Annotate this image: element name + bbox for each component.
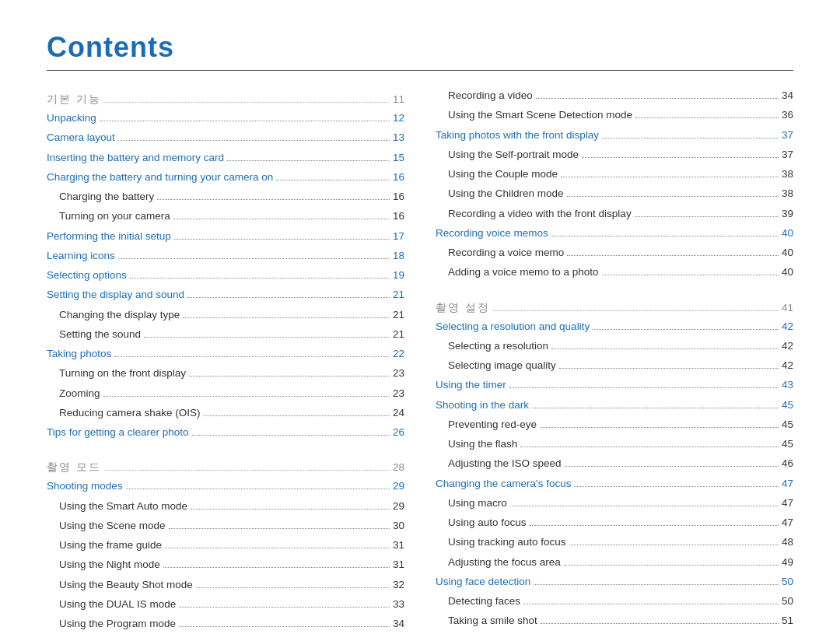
toc-entry: Turning on the front display23 — [47, 366, 404, 381]
page-number-ref: 46 — [782, 456, 793, 471]
page-number-ref: 26 — [393, 425, 404, 440]
page-number-ref: 48 — [782, 534, 793, 550]
toc-entry: Using the Night mode31 — [47, 557, 404, 573]
dot-leader — [567, 196, 779, 197]
dot-leader — [204, 415, 390, 416]
page-number-ref: 17 — [393, 229, 404, 244]
page-number-ref: 38 — [782, 186, 793, 201]
dot-leader — [509, 387, 779, 388]
dot-leader — [574, 486, 779, 487]
entry-label: Using the DUAL IS mode — [59, 597, 176, 612]
page-number-ref: 45 — [782, 436, 793, 452]
dot-leader — [593, 329, 779, 330]
page-number-ref: 15 — [393, 150, 404, 166]
dot-leader — [493, 310, 779, 311]
dot-leader — [541, 623, 779, 624]
page-number-ref: 23 — [393, 366, 404, 381]
page-number-ref: 28 — [393, 461, 404, 473]
dot-leader — [157, 199, 390, 200]
page-number-ref: 21 — [393, 287, 404, 303]
page-number-ref: 21 — [393, 307, 404, 323]
toc-entry: Using the Scene mode30 — [47, 518, 404, 534]
toc-entry: Changing the camera's focus47 — [436, 476, 793, 492]
entry-label: Using the Night mode — [59, 557, 160, 573]
dot-leader — [569, 545, 779, 545]
entry-label: Taking a smile shot — [448, 613, 537, 629]
dot-leader — [118, 258, 390, 259]
page-number-ref: 43 — [782, 377, 793, 393]
dot-leader — [196, 587, 390, 588]
entry-label[interactable]: Selecting options — [47, 268, 127, 283]
toc-entry: Using auto focus47 — [436, 515, 793, 531]
dot-leader — [227, 160, 390, 161]
dot-leader — [564, 565, 779, 566]
toc-entry: Taking a smile shot51 — [436, 613, 793, 629]
dot-leader — [118, 140, 390, 141]
page-number-ref: 22 — [393, 346, 404, 362]
page-number-ref: 47 — [782, 476, 793, 492]
section-header: 촬영 설정41 — [436, 301, 793, 315]
dot-leader — [173, 219, 390, 219]
entry-label[interactable]: Changing the camera's focus — [436, 476, 571, 492]
page-number-ref: 34 — [782, 88, 793, 103]
dot-leader — [103, 396, 390, 397]
entry-label[interactable]: Learning icons — [47, 248, 115, 264]
toc-entry: Adjusting the ISO speed46 — [436, 456, 793, 471]
page-number-ref: 21 — [393, 327, 404, 342]
page-number-ref: 13 — [393, 130, 404, 145]
entry-label[interactable]: Shooting modes — [47, 478, 123, 494]
page-number-ref: 18 — [393, 248, 404, 264]
entry-label[interactable]: Charging the battery and turning your ca… — [47, 170, 273, 185]
dot-leader — [191, 509, 390, 510]
toc-entry: Recording a voice memo40 — [436, 245, 793, 261]
entry-label: Using tracking auto focus — [448, 534, 566, 550]
section-header: 촬영 모드28 — [47, 461, 404, 475]
entry-label: Using the Program mode — [59, 616, 176, 632]
page-number-ref: 23 — [393, 386, 404, 401]
entry-label[interactable]: Recording voice memos — [436, 226, 548, 241]
entry-label: Using macro — [448, 496, 507, 511]
entry-label: Using the frame guide — [59, 538, 162, 553]
entry-label[interactable]: Taking photos — [47, 346, 111, 362]
entry-label[interactable]: Using the timer — [436, 377, 506, 393]
dot-leader — [165, 548, 390, 548]
dot-leader — [126, 489, 390, 489]
toc-entry: Detecting faces50 — [436, 594, 793, 609]
page-number-ref: 32 — [393, 577, 404, 593]
page-number-ref: 37 — [782, 147, 793, 163]
dot-leader — [104, 470, 390, 471]
dot-leader — [582, 157, 779, 158]
section-header: 기본 기능11 — [47, 93, 404, 107]
toc-entry: Performing the initial setup17 — [47, 229, 404, 244]
entry-label[interactable]: Selecting a resolution and quality — [436, 319, 590, 335]
entry-label[interactable]: Using face detection — [436, 574, 530, 590]
entry-label: Turning on your camera — [59, 208, 170, 224]
entry-label: Using the Beauty Shot mode — [59, 577, 193, 593]
page-number-ref: 16 — [393, 170, 404, 185]
entry-label: Using the Self-portrait mode — [448, 147, 579, 163]
toc-entry: Using macro47 — [436, 496, 793, 511]
toc-entry: Using the Beauty Shot mode32 — [47, 577, 404, 593]
entry-label[interactable]: Shooting in the dark — [436, 398, 529, 413]
entry-label[interactable]: Taking photos with the front display — [436, 128, 599, 143]
section-header-text: 촬영 설정 — [436, 301, 490, 315]
page-title: Contents — [47, 31, 793, 64]
toc-entry: Turning on your camera16 — [47, 208, 404, 224]
page-number-ref: 42 — [782, 319, 793, 335]
toc-entry: Using the Couple mode38 — [436, 166, 793, 182]
entry-label[interactable]: Tips for getting a clearer photo — [47, 425, 189, 440]
entry-label: Detecting faces — [448, 594, 520, 609]
entry-label[interactable]: Inserting the battery and memory card — [47, 150, 224, 166]
toc-entry: Using the timer43 — [436, 377, 793, 393]
entry-label: Recording a voice memo — [448, 245, 564, 261]
entry-label: Recording a video — [448, 88, 533, 103]
toc-entry: Shooting modes29 — [47, 478, 404, 494]
entry-label[interactable]: Unpacking — [47, 110, 96, 126]
toc-entry: Camera layout13 — [47, 130, 404, 145]
entry-label[interactable]: Camera layout — [47, 130, 115, 145]
entry-label[interactable]: Performing the initial setup — [47, 229, 171, 244]
toc-entry: Charging the battery and turning your ca… — [47, 170, 404, 185]
page-number-ref: 47 — [782, 496, 793, 511]
dot-leader — [559, 368, 779, 369]
entry-label[interactable]: Setting the display and sound — [47, 287, 184, 303]
